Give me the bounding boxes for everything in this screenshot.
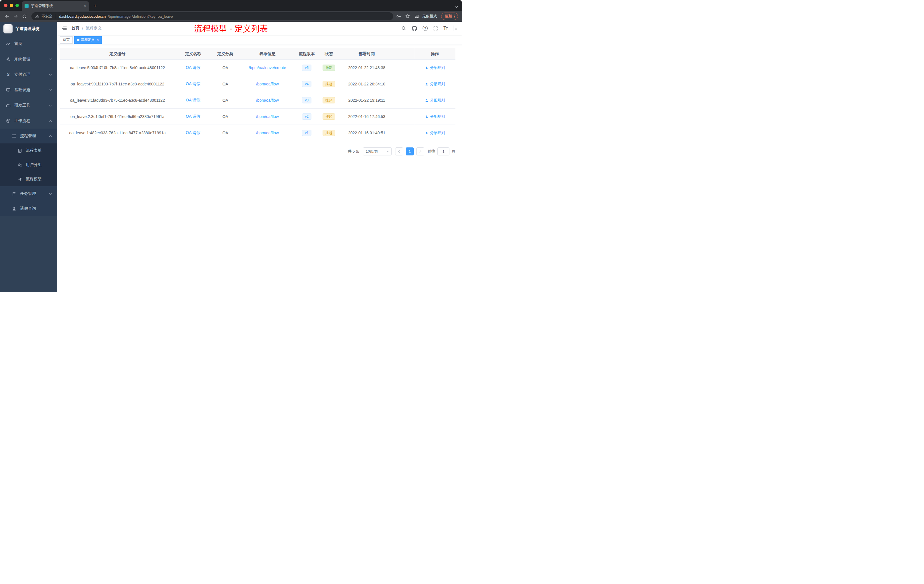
sidebar-item-process-management[interactable]: 流程管理 xyxy=(0,129,57,144)
cell-deploy-time: 2022-01-22 19:19:11 xyxy=(340,92,393,108)
form-link[interactable]: /bpm/oa/flow xyxy=(256,114,279,119)
prev-page-button[interactable] xyxy=(395,147,403,155)
cell-deploy-time: 2022-01-22 21:48:38 xyxy=(340,60,393,76)
sidebar-item-process-model[interactable]: 流程模型 xyxy=(0,172,57,186)
toolbox-icon xyxy=(6,103,11,108)
definition-name-link[interactable]: OA 请假 xyxy=(186,98,200,103)
cell-definition-id: oa_leave:5:004b710b-7b8a-11ec-8ef0-acde4… xyxy=(60,60,175,76)
table-row: oa_leave:5:004b710b-7b8a-11ec-8ef0-acde4… xyxy=(60,60,455,76)
next-page-button[interactable] xyxy=(416,147,424,155)
col-header-status: 状态 xyxy=(317,48,340,59)
password-key-icon[interactable] xyxy=(396,14,401,19)
page-size-select[interactable]: 10条/页 xyxy=(363,147,392,155)
cell-definition-id: oa_leave:4:991f2193-7b7f-11ec-a3c8-acde4… xyxy=(60,76,175,92)
chevron-down-icon xyxy=(49,193,52,195)
sidebar-item-dev-tools[interactable]: 研发工具 xyxy=(0,98,57,113)
form-link[interactable]: /bpm/oa/flow xyxy=(256,130,279,135)
browser-tab[interactable]: 芋道管理系统 × xyxy=(22,1,89,11)
window-controls xyxy=(4,4,19,7)
document-icon xyxy=(17,148,22,153)
github-icon[interactable] xyxy=(412,26,417,31)
tab-close-icon[interactable]: × xyxy=(84,4,86,8)
sidebar-item-infrastructure[interactable]: 基础设施 xyxy=(0,82,57,98)
tag-process-definition[interactable]: 流程定义 × xyxy=(74,36,102,44)
definition-name-link[interactable]: OA 请假 xyxy=(186,65,200,70)
person-icon xyxy=(425,131,429,135)
form-link[interactable]: /bpm/oa/flow xyxy=(256,98,279,102)
tag-close-icon[interactable]: × xyxy=(97,38,99,42)
back-button[interactable] xyxy=(3,12,12,21)
page-number-button[interactable]: 1 xyxy=(406,147,414,155)
sidebar-item-leave-query[interactable]: 请假查询 xyxy=(0,201,57,216)
window-minimize-button[interactable] xyxy=(10,4,13,7)
sidebar-item-home[interactable]: 首页 xyxy=(0,36,57,51)
cell-category: OA xyxy=(212,92,239,108)
caret-down-icon xyxy=(386,151,389,152)
sidebar-collapse-button[interactable] xyxy=(57,22,71,35)
sidebar-item-user-group[interactable]: 用户分组 xyxy=(0,158,57,172)
form-link[interactable]: /bpm/oa/flow xyxy=(256,82,279,86)
sidebar-item-workflow[interactable]: 工作流程 xyxy=(0,113,57,129)
form-link[interactable]: /bpm/oa/leave/create xyxy=(249,66,286,70)
status-badge: 挂起 xyxy=(323,130,335,136)
incognito-label: 无痕模式 xyxy=(422,14,437,19)
goto-label: 前往 xyxy=(428,149,435,154)
pagination: 共 5 条 10条/页 1 前往 页 xyxy=(60,147,455,155)
col-header-deploy-time: 部署时间 xyxy=(340,48,393,59)
new-tab-button[interactable]: + xyxy=(91,2,99,10)
dashboard-icon xyxy=(6,41,11,46)
version-badge: v5 xyxy=(302,64,312,71)
window-close-button[interactable] xyxy=(4,4,7,7)
bookmark-star-icon[interactable] xyxy=(405,14,410,19)
definition-name-link[interactable]: OA 请假 xyxy=(186,81,200,87)
definition-table: 定义编号 定义名称 定义分类 表单信息 流程版本 状态 部署时间 操作 oa_l… xyxy=(60,48,455,141)
sidebar-item-task-management[interactable]: 任务管理 xyxy=(0,186,57,201)
user-menu[interactable] xyxy=(453,26,454,31)
browser-toolbar: 不安全 dashboard.yudao.iocoder.cn /bpm/mana… xyxy=(0,11,462,22)
sidebar-logo[interactable]: 芋道管理系统 xyxy=(0,22,57,36)
cell-category: OA xyxy=(212,76,239,92)
active-dot-icon xyxy=(77,39,79,41)
version-badge: v3 xyxy=(302,97,312,104)
fullscreen-icon[interactable] xyxy=(433,26,438,31)
definition-name-link[interactable]: OA 请假 xyxy=(186,114,200,119)
assign-rule-button[interactable]: 分配规则 xyxy=(425,130,445,135)
version-badge: v4 xyxy=(302,81,312,87)
search-icon[interactable] xyxy=(401,26,406,31)
assign-rule-button[interactable]: 分配规则 xyxy=(425,81,445,87)
address-bar[interactable]: 不安全 dashboard.yudao.iocoder.cn /bpm/mana… xyxy=(31,12,393,20)
incognito-icon xyxy=(414,14,420,19)
url-path: /bpm/manager/definition?key=oa_leave xyxy=(108,14,173,18)
breadcrumb-separator: / xyxy=(82,26,83,31)
app-navbar: 首页 / 流程定义 流程模型 - 定义列表 ? TT xyxy=(57,22,462,35)
window-zoom-button[interactable] xyxy=(15,4,19,7)
sidebar-item-payment[interactable]: ¥ 支付管理 xyxy=(0,67,57,82)
cell-category: OA xyxy=(212,125,239,141)
update-label: 更新 xyxy=(445,14,452,19)
breadcrumb-home[interactable]: 首页 xyxy=(71,26,79,31)
person-icon xyxy=(12,206,16,211)
assign-rule-button[interactable]: 分配规则 xyxy=(425,98,445,103)
tab-search-icon[interactable] xyxy=(455,6,458,8)
table-header-row: 定义编号 定义名称 定义分类 表单信息 流程版本 状态 部署时间 操作 xyxy=(60,48,455,60)
omnibox-divider xyxy=(56,14,56,18)
reload-button[interactable] xyxy=(20,12,28,21)
chrome-update-menu-button[interactable]: 更新 xyxy=(441,13,458,20)
help-icon[interactable]: ? xyxy=(422,26,428,31)
breadcrumb: 首页 / 流程定义 xyxy=(71,26,102,31)
font-size-icon[interactable]: TT xyxy=(444,26,447,31)
assign-rule-button[interactable]: 分配规则 xyxy=(425,65,445,70)
sidebar-item-process-form[interactable]: 流程表单 xyxy=(0,144,57,158)
cube-icon xyxy=(6,118,11,124)
sidebar-item-system[interactable]: 系统管理 xyxy=(0,51,57,67)
page-content: 定义编号 定义名称 定义分类 表单信息 流程版本 状态 部署时间 操作 oa_l… xyxy=(57,45,462,292)
definition-name-link[interactable]: OA 请假 xyxy=(186,130,200,135)
tag-home[interactable]: 首页 xyxy=(60,36,73,44)
page-title: 流程模型 - 定义列表 xyxy=(194,23,268,35)
goto-page-input[interactable] xyxy=(437,147,449,155)
chevron-up-icon xyxy=(49,120,52,122)
forward-button[interactable] xyxy=(12,12,20,21)
cell-definition-id: oa_leave:3:1fad3d93-7b75-11ec-a3c8-acde4… xyxy=(60,92,175,108)
status-badge: 挂起 xyxy=(323,114,335,120)
assign-rule-button[interactable]: 分配规则 xyxy=(425,114,445,119)
